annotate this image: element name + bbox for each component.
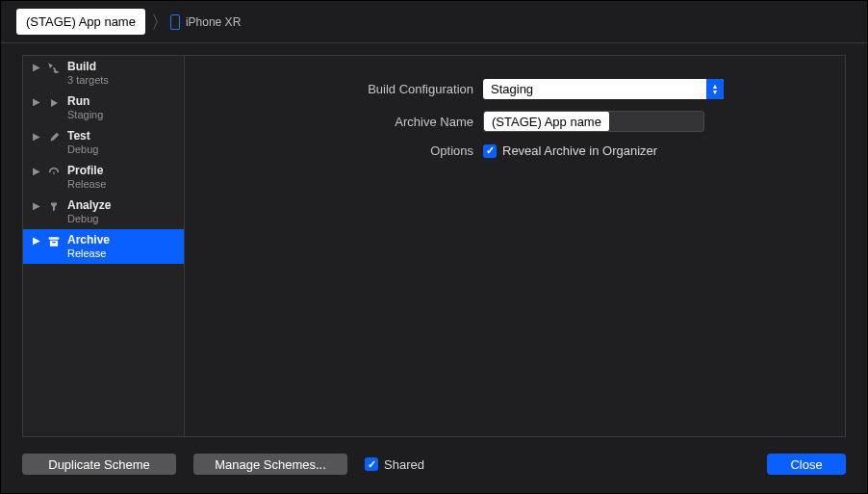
build-config-select[interactable]: Staging ▲▼: [483, 79, 724, 99]
reveal-checkbox[interactable]: ✓: [483, 144, 497, 158]
sidebar: ▶ Build 3 targets ▶ Run Staging ▶: [23, 56, 185, 436]
disclosure-icon[interactable]: ▶: [33, 198, 40, 214]
sidebar-item-title: Analyze: [67, 198, 111, 212]
run-icon: [46, 95, 62, 111]
archive-name-label: Archive Name: [214, 115, 483, 129]
duplicate-scheme-button[interactable]: Duplicate Scheme: [22, 454, 176, 475]
sidebar-item-sub: 3 targets: [67, 73, 109, 87]
archive-name-row: Archive Name (STAGE) App name: [214, 111, 816, 132]
sidebar-item-sub: Debug: [67, 212, 111, 225]
build-config-row: Build Configuration Staging ▲▼: [214, 79, 816, 99]
sidebar-item-profile[interactable]: ▶ Profile Release: [23, 160, 184, 195]
device-name[interactable]: iPhone XR: [186, 15, 241, 29]
sidebar-item-sub: Staging: [67, 108, 103, 121]
archive-name-input[interactable]: (STAGE) App name: [483, 111, 704, 132]
analyze-icon: [46, 199, 62, 215]
sidebar-item-title: Archive: [67, 233, 110, 247]
scheme-name-pill[interactable]: (STAGE) App name: [16, 9, 145, 35]
sidebar-item-title: Test: [67, 129, 98, 143]
sidebar-item-sub: Release: [67, 177, 106, 191]
footer-bar: Duplicate Scheme Manage Schemes... ✓ Sha…: [22, 451, 846, 478]
shared-toggle[interactable]: ✓ Shared: [365, 457, 424, 472]
disclosure-icon[interactable]: ▶: [33, 94, 40, 110]
sidebar-item-analyze[interactable]: ▶ Analyze Debug: [23, 195, 184, 229]
build-config-value: Staging: [491, 82, 533, 96]
shared-label: Shared: [384, 457, 424, 472]
shared-checkbox[interactable]: ✓: [365, 457, 378, 471]
disclosure-icon[interactable]: ▶: [33, 164, 40, 179]
content-pane: Build Configuration Staging ▲▼ Archive N…: [185, 56, 845, 436]
build-config-label: Build Configuration: [214, 82, 483, 96]
device-icon: [170, 14, 180, 30]
build-icon: [46, 61, 62, 76]
sidebar-item-test[interactable]: ▶ Test Debug: [23, 125, 184, 160]
profile-icon: [46, 165, 62, 180]
select-arrows-icon: ▲▼: [706, 79, 724, 99]
sidebar-item-title: Profile: [67, 164, 106, 177]
reveal-label: Reveal Archive in Organizer: [502, 143, 657, 158]
sidebar-item-archive[interactable]: ▶ Archive Release: [23, 229, 184, 264]
test-icon: [46, 130, 62, 145]
main-panel: ▶ Build 3 targets ▶ Run Staging ▶: [22, 55, 846, 437]
archive-name-value: (STAGE) App name: [484, 112, 609, 131]
options-row: Options ✓ Reveal Archive in Organizer: [214, 143, 816, 158]
breadcrumb-bar: (STAGE) App name 〉 iPhone XR: [1, 1, 867, 43]
breadcrumb-chevron-icon: 〉: [151, 13, 168, 31]
disclosure-icon[interactable]: ▶: [33, 129, 40, 144]
sidebar-item-title: Run: [67, 94, 103, 108]
close-button[interactable]: Close: [767, 454, 846, 475]
archive-icon: [46, 234, 62, 249]
sidebar-item-sub: Debug: [67, 143, 98, 156]
sidebar-item-title: Build: [67, 60, 109, 73]
sidebar-item-sub: Release: [67, 247, 110, 260]
manage-schemes-button[interactable]: Manage Schemes...: [193, 454, 347, 475]
options-label: Options: [214, 143, 483, 158]
disclosure-icon[interactable]: ▶: [33, 60, 40, 75]
disclosure-icon[interactable]: ▶: [33, 233, 40, 248]
sidebar-item-build[interactable]: ▶ Build 3 targets: [23, 56, 184, 91]
sidebar-item-run[interactable]: ▶ Run Staging: [23, 91, 184, 125]
